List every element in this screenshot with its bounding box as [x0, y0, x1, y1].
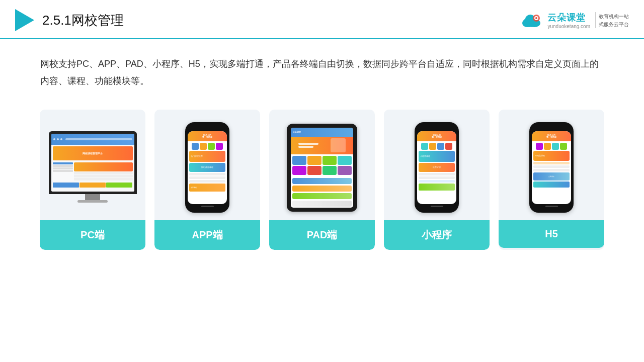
cards-container: 网校课程管理平台 — [0, 100, 644, 265]
header: 2.5.1网校管理 云朵课堂 yunduoketang.com 教育机构一站 式… — [0, 0, 644, 39]
header-left: 2.5.1网校管理 — [15, 9, 124, 31]
title-prefix: 2.5.1 — [42, 13, 71, 28]
logo-brand-text: 云朵课堂 — [547, 12, 586, 24]
pad-tablet-mockup: 云朵课堂 — [287, 124, 357, 212]
h5-phone-mockup: 职达人的第一堂网课 H5精品课程 — [529, 122, 574, 213]
cloud-icon — [520, 12, 544, 28]
pc-label: PC端 — [40, 220, 145, 250]
logo-url-text: yunduoketang.com — [547, 24, 590, 29]
page-title: 2.5.1网校管理 — [42, 12, 124, 29]
card-pad: 云朵课堂 — [269, 110, 375, 250]
card-miniapp: 职达人的第一堂网课 小程序课程 推荐好课 — [384, 110, 490, 250]
play-icon — [15, 9, 34, 31]
logo-area: 云朵课堂 yunduoketang.com 教育机构一站 式服务云平台 — [520, 12, 629, 29]
pc-image-area: 网校课程管理平台 — [40, 110, 145, 220]
h5-label: H5 — [499, 220, 604, 248]
pad-label: PAD端 — [269, 220, 375, 250]
app-label: APP端 — [154, 220, 260, 250]
logo-sub: 云朵课堂 yunduoketang.com — [547, 12, 590, 29]
logo-tagline1: 教育机构一站 — [599, 13, 629, 20]
miniapp-label: 小程序 — [384, 220, 490, 250]
app-phone-mockup: 职达人的第一堂网课 热门课程推荐 限时优惠课程 — [185, 122, 229, 213]
title-main: 网校管理 — [71, 13, 124, 28]
card-h5: 职达人的第一堂网课 H5精品课程 — [499, 110, 604, 250]
miniapp-phone-mockup: 职达人的第一堂网课 小程序课程 推荐好课 — [415, 122, 459, 213]
description-paragraph: 网校支持PC、APP、PAD、小程序、H5，实现多端打通，产品各终端自由切换，数… — [40, 55, 604, 89]
card-app: 职达人的第一堂网课 热门课程推荐 限时优惠课程 — [154, 110, 260, 250]
svg-point-6 — [535, 17, 537, 19]
pc-monitor-mockup: 网校课程管理平台 — [49, 131, 137, 204]
logo-tagline2: 式服务云平台 — [599, 21, 629, 28]
app-image-area: 职达人的第一堂网课 热门课程推荐 限时优惠课程 — [154, 110, 260, 220]
pad-image-area: 云朵课堂 — [269, 110, 375, 220]
miniapp-image-area: 职达人的第一堂网课 小程序课程 推荐好课 — [384, 110, 490, 220]
logo-cloud: 云朵课堂 yunduoketang.com 教育机构一站 式服务云平台 — [520, 12, 629, 29]
h5-image-area: 职达人的第一堂网课 H5精品课程 — [499, 110, 604, 220]
card-pc: 网校课程管理平台 — [40, 110, 145, 250]
description-text: 网校支持PC、APP、PAD、小程序、H5，实现多端打通，产品各终端自由切换，数… — [0, 39, 644, 100]
